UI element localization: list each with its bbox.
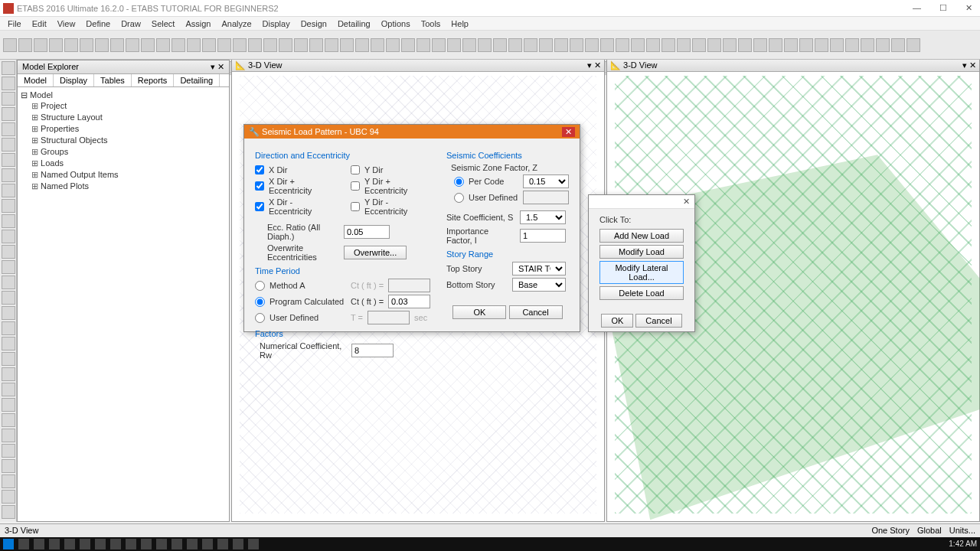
taskbar-icon[interactable] (217, 539, 228, 549)
y-dir-checkbox[interactable] (351, 165, 360, 174)
tool-icon[interactable] (2, 122, 15, 136)
status-story[interactable]: One Story (871, 526, 910, 536)
seismic-cancel-button[interactable]: Cancel (509, 305, 563, 319)
toolbar-icon[interactable] (110, 38, 124, 52)
taskbar-icon[interactable] (49, 539, 60, 549)
taskbar-icon[interactable] (156, 539, 167, 549)
toolbar-icon[interactable] (861, 38, 874, 52)
top-story-select[interactable]: STAIR TOP (512, 262, 566, 276)
toolbar-icon[interactable] (340, 38, 354, 52)
menu-help[interactable]: Help (446, 19, 473, 28)
delete-load-button[interactable]: Delete Load (599, 286, 684, 300)
tool-icon[interactable] (2, 429, 15, 442)
toolbar-icon[interactable] (217, 38, 231, 52)
tool-icon[interactable] (2, 245, 15, 259)
taskbar-icon[interactable] (248, 539, 259, 549)
taskbar-icon[interactable] (18, 539, 29, 549)
imp-input[interactable] (520, 229, 566, 243)
user-def-radio[interactable] (255, 313, 265, 323)
toolbar-icon[interactable] (906, 38, 920, 52)
loads-close-icon[interactable]: ✕ (683, 197, 690, 207)
tree-item[interactable]: Properties (31, 123, 226, 135)
y-ecc-p-checkbox[interactable] (351, 181, 360, 191)
toolbar-icon[interactable] (325, 38, 338, 52)
tab-model[interactable]: Model (18, 74, 54, 86)
toolbar-icon[interactable] (187, 38, 201, 52)
toolbar-icon[interactable] (815, 38, 828, 52)
tool-icon[interactable] (2, 459, 15, 473)
tab-reports[interactable]: Reports (132, 74, 175, 86)
menu-define[interactable]: Define (81, 19, 115, 28)
toolbar-icon[interactable] (799, 38, 813, 52)
tab-tables[interactable]: Tables (94, 74, 132, 86)
toolbar-icon[interactable] (554, 38, 568, 52)
x-ecc-m-checkbox[interactable] (255, 202, 264, 211)
toolbar-icon[interactable] (845, 38, 859, 52)
tool-icon[interactable] (2, 474, 15, 488)
seismic-ok-button[interactable]: OK (452, 305, 506, 319)
toolbar-icon[interactable] (95, 38, 109, 52)
toolbar-icon[interactable] (447, 38, 461, 52)
toolbar-icon[interactable] (769, 38, 782, 52)
tool-icon[interactable] (2, 92, 15, 106)
toolbar-icon[interactable] (784, 38, 798, 52)
taskbar-icon[interactable] (34, 539, 44, 549)
tree-item[interactable]: Project (31, 100, 226, 112)
toolbar-icon[interactable] (18, 38, 32, 52)
toolbar-icon[interactable] (570, 38, 583, 52)
taskbar-icon[interactable] (202, 539, 213, 549)
tree-root[interactable]: Model (30, 90, 53, 99)
toolbar-icon[interactable] (508, 38, 522, 52)
x-dir-checkbox[interactable] (255, 165, 264, 174)
toolbar-icon[interactable] (462, 38, 476, 52)
taskbar-icon[interactable] (172, 539, 182, 549)
menu-view[interactable]: View (53, 19, 80, 28)
toolbar-icon[interactable] (585, 38, 599, 52)
toolbar-icon[interactable] (263, 38, 277, 52)
menu-display[interactable]: Display (258, 19, 295, 28)
toolbar-icon[interactable] (80, 38, 93, 52)
tool-icon[interactable] (2, 337, 15, 350)
toolbar-icon[interactable] (524, 38, 537, 52)
toolbar-icon[interactable] (616, 38, 629, 52)
close-button[interactable]: ✕ (961, 3, 977, 13)
toolbar-icon[interactable] (876, 38, 890, 52)
tool-icon[interactable] (2, 199, 15, 213)
menu-select[interactable]: Select (147, 19, 180, 28)
menu-design[interactable]: Design (296, 19, 332, 28)
loads-ok-button[interactable]: OK (601, 314, 633, 328)
toolbar-icon[interactable] (478, 38, 492, 52)
toolbar-icon[interactable] (830, 38, 844, 52)
taskbar-icon[interactable] (233, 539, 243, 549)
taskbar-icon[interactable] (64, 539, 75, 549)
tool-icon[interactable] (2, 214, 15, 228)
toolbar-icon[interactable] (600, 38, 614, 52)
maximize-button[interactable]: ☐ (935, 3, 952, 13)
toolbar-icon[interactable] (355, 38, 369, 52)
program-calc-radio[interactable] (255, 297, 265, 307)
tool-icon[interactable] (2, 490, 15, 504)
x-ecc-p-checkbox[interactable] (255, 181, 264, 191)
tool-icon[interactable] (2, 306, 15, 320)
toolbar-icon[interactable] (432, 38, 446, 52)
toolbar-icon[interactable] (646, 38, 660, 52)
view-close-icon[interactable]: ▾ ✕ (962, 60, 976, 70)
tree-item[interactable]: Structure Layout (31, 112, 226, 123)
menu-tools[interactable]: Tools (416, 19, 446, 28)
view-close-icon[interactable]: ▾ ✕ (587, 60, 601, 70)
tool-icon[interactable] (2, 367, 15, 381)
tab-detailing[interactable]: Detailing (174, 74, 220, 86)
tool-icon[interactable] (2, 398, 15, 412)
toolbar-icon[interactable] (3, 38, 17, 52)
taskbar-icon[interactable] (126, 539, 136, 549)
toolbar-icon[interactable] (723, 38, 737, 52)
tool-icon[interactable] (2, 230, 15, 243)
toolbar-icon[interactable] (662, 38, 675, 52)
tool-icon[interactable] (2, 321, 15, 335)
tree-item[interactable]: Named Plots (31, 181, 226, 192)
taskbar-icon[interactable] (141, 539, 152, 549)
tool-icon[interactable] (2, 505, 15, 519)
add-load-button[interactable]: Add New Load (599, 229, 684, 243)
toolbar-icon[interactable] (692, 38, 706, 52)
toolbar-icon[interactable] (64, 38, 78, 52)
